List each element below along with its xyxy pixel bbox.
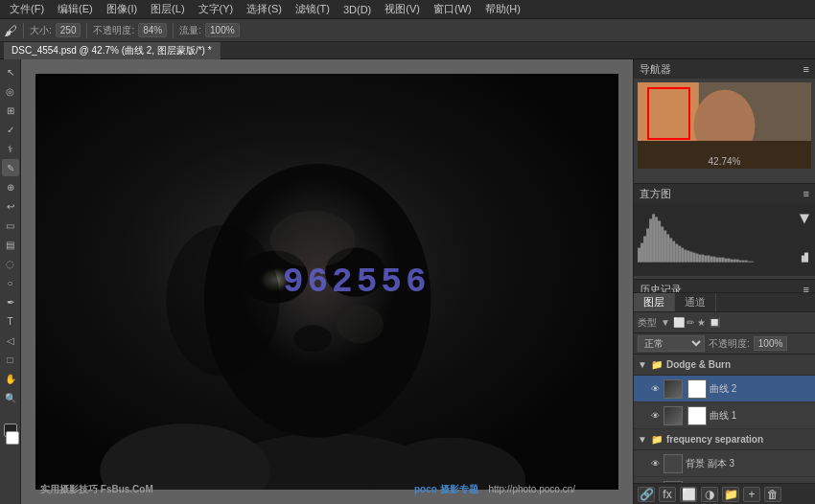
blur-tool[interactable]: ◌ <box>2 255 19 272</box>
layers-toolbar: 类型 ▼ ⬜ ✏ ★ 🔲 <box>634 312 815 333</box>
history-header: 历史记录 ≡ <box>634 280 815 293</box>
opacity-label: 不透明度: <box>93 24 134 37</box>
svg-rect-53 <box>739 261 742 263</box>
menu-item-file[interactable]: 文件(F) <box>4 0 50 18</box>
right-panels: 导航器 ≡ <box>633 59 815 504</box>
menu-item-filter[interactable]: 滤镜(T) <box>290 0 336 18</box>
layer-item-curve1[interactable]: 👁 曲线 1 <box>634 402 815 429</box>
svg-rect-24 <box>655 217 658 262</box>
histogram-menu-icon[interactable]: ≡ <box>803 188 809 199</box>
layer-group-button[interactable]: 📁 <box>722 487 739 502</box>
layer-eye-icon-3[interactable]: 👁 <box>649 458 661 470</box>
svg-rect-34 <box>684 250 687 263</box>
eraser-tool[interactable]: ▭ <box>2 217 19 234</box>
face-art: 962556 <box>35 74 618 490</box>
layer-link-button[interactable]: 🔗 <box>638 487 655 502</box>
move-tool[interactable]: ↖ <box>2 63 19 80</box>
dodge-tool[interactable]: ○ <box>2 274 19 291</box>
layer-adjust-button[interactable]: ◑ <box>701 487 718 502</box>
layers-filter-icons: ▼ ⬜ ✏ ★ 🔲 <box>661 317 720 328</box>
svg-rect-38 <box>695 254 698 263</box>
group-icon-2: 📁 <box>651 434 663 445</box>
brush-tool[interactable]: ✎ <box>2 159 19 176</box>
pen-tool[interactable]: ✒ <box>2 293 19 310</box>
watermark-bottom-right: poco 摄影专题 http://photo.poco.cn/ <box>414 483 575 496</box>
canvas-area[interactable]: 962556 实用摄影技巧 FsBus.CoM poco 摄影专题 http:/… <box>21 59 633 504</box>
crop-tool[interactable]: ⊞ <box>2 102 19 119</box>
clone-tool[interactable]: ⊕ <box>2 178 19 195</box>
svg-rect-55 <box>745 261 748 263</box>
path-select-tool[interactable]: ◁ <box>2 332 19 349</box>
navigator-menu-icon[interactable]: ≡ <box>803 63 809 75</box>
poco-watermark: poco 摄影专题 <box>414 484 478 494</box>
healing-tool[interactable]: ⚕ <box>2 140 19 157</box>
menu-item-image[interactable]: 图像(I) <box>101 0 143 18</box>
flow-value[interactable]: 100% <box>205 23 240 37</box>
layer-delete-button[interactable]: 🗑 <box>764 487 781 502</box>
menu-item-layer[interactable]: 图层(L) <box>145 0 190 18</box>
svg-rect-28 <box>666 234 669 262</box>
zoom-tool[interactable]: 🔍 <box>2 389 19 406</box>
opacity-value[interactable]: 84% <box>138 23 167 37</box>
svg-rect-41 <box>704 256 707 263</box>
svg-rect-35 <box>687 251 689 263</box>
menu-item-view[interactable]: 视图(V) <box>379 0 426 18</box>
blend-mode-select[interactable]: 正常 <box>638 335 705 352</box>
navigator-thumbnail: 42.74% <box>638 82 811 169</box>
svg-rect-39 <box>698 255 701 263</box>
menu-item-text[interactable]: 文字(Y) <box>193 0 240 18</box>
layers-tab-channels[interactable]: 通道 <box>675 293 716 311</box>
layers-tab-layers[interactable]: 图层 <box>634 293 675 311</box>
background-color[interactable] <box>6 431 19 445</box>
layer-item-curve2[interactable]: 👁 曲线 2 <box>634 376 815 402</box>
menubar: 文件(F) 编辑(E) 图像(I) 图层(L) 文字(Y) 选择(S) 滤镜(T… <box>0 0 815 19</box>
menu-item-help[interactable]: 帮助(H) <box>479 0 526 18</box>
svg-rect-58 <box>802 256 804 263</box>
navigator-header: 导航器 ≡ <box>634 59 815 79</box>
svg-rect-43 <box>710 257 712 263</box>
layer-group-freq-sep[interactable]: ▼ 📁 frequency separation <box>634 429 815 450</box>
history-menu-icon[interactable]: ≡ <box>803 284 809 293</box>
layer-eye-icon[interactable]: 👁 <box>649 383 661 395</box>
lasso-tool[interactable]: ◎ <box>2 82 19 100</box>
menu-item-select[interactable]: 选择(S) <box>241 0 288 18</box>
svg-rect-27 <box>664 230 666 262</box>
histogram-header: 直方图 ≡ <box>634 184 815 203</box>
histogram-content <box>634 203 815 276</box>
layer-group-dodge-burn[interactable]: ▼ 📁 Dodge & Burn <box>634 355 815 376</box>
svg-rect-50 <box>731 260 734 263</box>
menu-item-3d[interactable]: 3D(D) <box>338 2 377 17</box>
svg-rect-42 <box>707 256 710 263</box>
eyedropper-tool[interactable]: ✓ <box>2 121 19 138</box>
brush-size-input[interactable]: 250 <box>56 23 82 37</box>
hand-tool[interactable]: ✋ <box>2 370 19 387</box>
svg-rect-23 <box>652 214 655 262</box>
svg-rect-45 <box>715 258 718 263</box>
svg-rect-36 <box>689 252 692 263</box>
shape-tool[interactable]: □ <box>2 351 19 368</box>
text-tool[interactable]: T <box>2 312 19 330</box>
gradient-tool[interactable]: ▤ <box>2 236 19 253</box>
layer-new-button[interactable]: + <box>743 487 760 502</box>
main-layout: ↖ ◎ ⊞ ✓ ⚕ ✎ ⊕ ↩ ▭ ▤ ◌ ○ ✒ T ◁ □ ✋ 🔍 <box>0 59 815 504</box>
history-panel: 历史记录 ≡ 动作 1胶片scharfauto1▶autoskin color1… <box>634 280 815 293</box>
canvas-overlay-text: 962556 <box>283 263 431 302</box>
svg-point-7 <box>280 365 337 388</box>
layer-eye-icon-2[interactable]: 👁 <box>649 410 661 422</box>
group-name: Dodge & Burn <box>666 359 731 370</box>
layer-mask-button[interactable]: ⬜ <box>680 487 697 502</box>
menu-item-window[interactable]: 窗口(W) <box>428 0 477 18</box>
svg-rect-26 <box>661 226 664 262</box>
nav-red-box <box>647 87 690 140</box>
layer-item-bg3[interactable]: 👁 背景 副本 3 <box>634 450 815 477</box>
svg-point-11 <box>166 225 279 377</box>
layers-list: ▼ 📁 Dodge & Burn 👁 曲线 2 👁 曲线 1 <box>634 355 815 483</box>
layer-name-curve1: 曲线 1 <box>710 409 811 423</box>
layer-style-button[interactable]: fx <box>659 487 676 502</box>
history-brush-tool[interactable]: ↩ <box>2 197 19 215</box>
opacity-value[interactable]: 100% <box>754 336 788 351</box>
svg-rect-18 <box>638 248 640 263</box>
tab-main[interactable]: DSC_4554.psd @ 42.7% (曲线 2, 图层蒙版/*) * <box>4 42 221 59</box>
navigator-title: 导航器 <box>640 62 671 77</box>
menu-item-edit[interactable]: 编辑(E) <box>52 0 99 18</box>
